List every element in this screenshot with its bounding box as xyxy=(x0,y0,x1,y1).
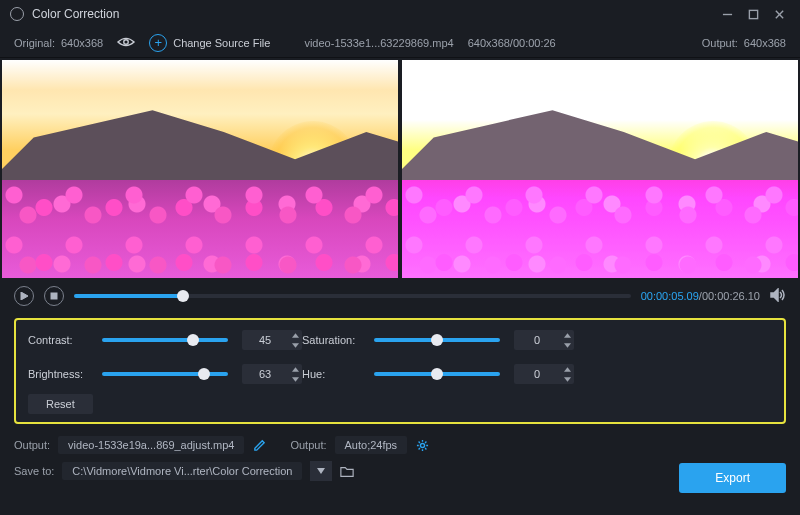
svg-marker-15 xyxy=(564,377,571,381)
save-to-label: Save to: xyxy=(14,465,54,477)
svg-marker-8 xyxy=(292,333,299,337)
timecode: 00:00:05.09/00:00:26.10 xyxy=(641,290,760,302)
hue-down[interactable] xyxy=(560,374,574,384)
contrast-up[interactable] xyxy=(288,330,302,340)
brightness-slider[interactable] xyxy=(102,372,228,376)
plus-icon: + xyxy=(149,34,167,52)
preview-row xyxy=(0,58,800,278)
output-spec-label: Output: xyxy=(290,439,326,451)
original-dimensions: 640x368 xyxy=(61,37,103,49)
preview-adjusted xyxy=(402,60,798,278)
color-controls-panel: Contrast: 45 Saturation: 0 Brightness: 6… xyxy=(14,318,786,424)
saturation-slider[interactable] xyxy=(374,338,500,342)
titlebar: Color Correction xyxy=(0,0,800,28)
svg-marker-14 xyxy=(564,367,571,371)
hue-input[interactable]: 0 xyxy=(514,364,574,384)
brightness-input[interactable]: 63 xyxy=(242,364,302,384)
svg-marker-12 xyxy=(292,367,299,371)
output-dimensions: 640x368 xyxy=(744,37,786,49)
preview-original xyxy=(2,60,398,278)
saturation-input[interactable]: 0 xyxy=(514,330,574,350)
change-source-label: Change Source File xyxy=(173,37,270,49)
output-file-name: video-1533e19a...869_adjust.mp4 xyxy=(58,436,244,454)
svg-marker-11 xyxy=(564,343,571,347)
hue-up[interactable] xyxy=(560,364,574,374)
contrast-input[interactable]: 45 xyxy=(242,330,302,350)
save-to-path: C:\Vidmore\Vidmore Vi...rter\Color Corre… xyxy=(62,462,302,480)
saturation-label: Saturation: xyxy=(302,334,374,346)
brightness-value: 63 xyxy=(242,368,288,380)
window-title: Color Correction xyxy=(32,7,119,21)
hue-slider[interactable] xyxy=(374,372,500,376)
export-button[interactable]: Export xyxy=(679,463,786,493)
svg-marker-13 xyxy=(292,377,299,381)
stop-button[interactable] xyxy=(44,286,64,306)
play-button[interactable] xyxy=(14,286,34,306)
volume-icon[interactable] xyxy=(770,288,786,304)
output-file-row: Output: video-1533e19a...869_adjust.mp4 … xyxy=(14,432,786,458)
contrast-slider[interactable] xyxy=(102,338,228,342)
save-to-dropdown[interactable] xyxy=(310,461,332,481)
svg-marker-9 xyxy=(292,343,299,347)
output-spec-value: Auto;24fps xyxy=(335,436,408,454)
svg-marker-7 xyxy=(771,289,778,301)
output-settings-icon[interactable] xyxy=(415,438,429,452)
change-source-button[interactable]: + Change Source File xyxy=(149,34,270,52)
maximize-button[interactable] xyxy=(740,4,766,24)
preview-toggle-icon[interactable] xyxy=(117,36,135,50)
timeline-slider[interactable] xyxy=(74,294,631,298)
brightness-up[interactable] xyxy=(288,364,302,374)
saturation-value: 0 xyxy=(514,334,560,346)
saturation-down[interactable] xyxy=(560,340,574,350)
contrast-label: Contrast: xyxy=(28,334,102,346)
save-to-row: Save to: C:\Vidmore\Vidmore Vi...rter\Co… xyxy=(14,458,786,484)
svg-marker-10 xyxy=(564,333,571,337)
brightness-label: Brightness: xyxy=(28,368,102,380)
time-current: 00:00:05.09 xyxy=(641,290,699,302)
saturation-up[interactable] xyxy=(560,330,574,340)
playback-bar: 00:00:05.09/00:00:26.10 xyxy=(0,278,800,314)
source-file-name: video-1533e1...63229869.mp4 xyxy=(304,37,453,49)
svg-point-4 xyxy=(124,39,129,44)
output-file-label: Output: xyxy=(14,439,50,451)
output-label: Output: xyxy=(702,37,738,49)
open-folder-icon[interactable] xyxy=(340,464,354,478)
hue-label: Hue: xyxy=(302,368,374,380)
info-bar: Original: 640x368 + Change Source File v… xyxy=(0,28,800,58)
minimize-button[interactable] xyxy=(714,4,740,24)
close-button[interactable] xyxy=(766,4,792,24)
source-file-meta: 640x368/00:00:26 xyxy=(468,37,556,49)
contrast-value: 45 xyxy=(242,334,288,346)
time-total: 00:00:26.10 xyxy=(702,290,760,302)
svg-rect-1 xyxy=(749,10,757,18)
brightness-down[interactable] xyxy=(288,374,302,384)
contrast-down[interactable] xyxy=(288,340,302,350)
hue-value: 0 xyxy=(514,368,560,380)
svg-marker-17 xyxy=(317,468,325,474)
original-label: Original: xyxy=(14,37,55,49)
svg-marker-5 xyxy=(21,292,28,300)
app-icon xyxy=(10,7,24,21)
svg-rect-6 xyxy=(51,293,57,299)
reset-button[interactable]: Reset xyxy=(28,394,93,414)
svg-point-16 xyxy=(420,443,424,447)
edit-output-name-icon[interactable] xyxy=(252,438,266,452)
